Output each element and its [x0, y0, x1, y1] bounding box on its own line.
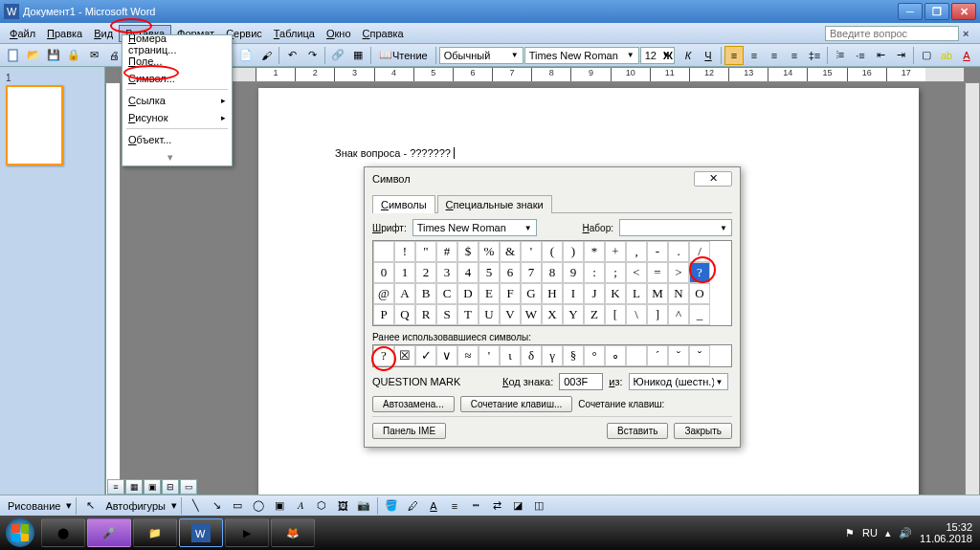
- font-combo[interactable]: Times New Roman▼: [524, 47, 639, 64]
- symbol-cell[interactable]: (: [542, 241, 563, 262]
- symbol-cell[interactable]: I: [563, 283, 584, 304]
- recent-cell[interactable]: ∘: [605, 345, 626, 366]
- tray-flag-icon[interactable]: ⚑: [845, 527, 855, 539]
- symbol-cell[interactable]: ;: [605, 262, 626, 283]
- format-painter-button[interactable]: 🖌: [256, 46, 276, 65]
- diagram-button[interactable]: ⬡: [312, 496, 331, 516]
- menu-view[interactable]: Вид: [88, 26, 119, 41]
- indent-button[interactable]: ⇥: [891, 46, 910, 65]
- numbering-button[interactable]: ⦙≡: [831, 46, 850, 65]
- symbol-cell[interactable]: A: [394, 283, 415, 304]
- ime-button[interactable]: Панель IME: [372, 423, 446, 439]
- tab-symbols[interactable]: Символы: [372, 195, 435, 213]
- symbol-cell[interactable]: -: [647, 241, 668, 262]
- recent-cell[interactable]: δ: [521, 345, 542, 366]
- align-justify-button[interactable]: ≡: [785, 46, 804, 65]
- dashstyle-button[interactable]: ┅: [466, 496, 485, 516]
- recent-cell[interactable]: ∨: [436, 345, 457, 366]
- ask-question-input[interactable]: [825, 26, 959, 41]
- symbol-cell[interactable]: [373, 241, 394, 262]
- recent-cell[interactable]: °: [584, 345, 605, 366]
- symbol-cell[interactable]: Z: [584, 304, 605, 325]
- menu-window[interactable]: Окно: [321, 26, 357, 41]
- highlight-button[interactable]: ab: [937, 46, 956, 65]
- symbol-cell[interactable]: :: [584, 262, 605, 283]
- symbol-cell[interactable]: _: [689, 304, 710, 325]
- menuitem-link[interactable]: Ссылка▸: [122, 92, 232, 109]
- close-dialog-button[interactable]: Закрыть: [674, 423, 732, 439]
- tray-clock[interactable]: 15:3211.06.2018: [920, 521, 972, 544]
- symbol-cell[interactable]: <: [626, 262, 647, 283]
- symbol-cell[interactable]: C: [436, 283, 457, 304]
- symbol-cell[interactable]: /: [689, 241, 710, 262]
- undo-button[interactable]: ↶: [282, 46, 301, 65]
- close-button[interactable]: ✕: [951, 3, 976, 20]
- taskbar-app-2[interactable]: 🎤: [87, 518, 131, 547]
- print-view-button[interactable]: ▣: [144, 479, 161, 495]
- paste-button[interactable]: 📄: [236, 46, 256, 65]
- tray-vol-icon[interactable]: 🔊: [899, 527, 912, 539]
- textbox-button[interactable]: ▣: [270, 496, 289, 516]
- symbol-cell[interactable]: 2: [415, 262, 436, 283]
- menuitem-symbol[interactable]: Символ...: [122, 70, 232, 87]
- symbol-cell[interactable]: D: [457, 283, 479, 304]
- symbol-cell[interactable]: .: [668, 241, 689, 262]
- page-thumbnail[interactable]: [6, 85, 63, 165]
- symbol-cell[interactable]: F: [500, 283, 521, 304]
- symbol-cell[interactable]: K: [605, 283, 626, 304]
- symbol-cell[interactable]: G: [521, 283, 542, 304]
- symbol-cell[interactable]: O: [689, 283, 710, 304]
- symbol-cell[interactable]: X: [542, 304, 563, 325]
- wordart-button[interactable]: 𝐴: [291, 496, 310, 516]
- shadow-button[interactable]: ◪: [508, 496, 527, 516]
- recent-cell[interactable]: ≈: [457, 345, 479, 366]
- menuitem-expand[interactable]: ▾: [122, 148, 232, 165]
- symbol-cell[interactable]: 1: [394, 262, 415, 283]
- italic-button[interactable]: К: [679, 46, 698, 65]
- taskbar-word[interactable]: W: [179, 518, 223, 547]
- symbol-cell[interactable]: S: [436, 304, 457, 325]
- web-view-button[interactable]: ▦: [125, 479, 143, 495]
- align-left-button[interactable]: ≡: [724, 46, 744, 65]
- symbol-cell[interactable]: 9: [563, 262, 584, 283]
- dialog-set-combo[interactable]: ▼: [619, 219, 732, 236]
- recent-cell[interactable]: ?: [373, 345, 394, 366]
- open-button[interactable]: 📂: [24, 46, 43, 65]
- menu-help[interactable]: Справка: [357, 26, 410, 41]
- symbol-cell[interactable]: L: [626, 283, 647, 304]
- symbol-cell[interactable]: 3: [436, 262, 457, 283]
- hyperlink-button[interactable]: 🔗: [328, 46, 347, 65]
- bold-button[interactable]: Ж: [658, 46, 678, 65]
- symbol-cell[interactable]: %: [479, 241, 500, 262]
- fontcolor-button[interactable]: A: [957, 46, 976, 65]
- symbol-cell[interactable]: @: [373, 283, 394, 304]
- mail-button[interactable]: ✉: [84, 46, 103, 65]
- menuitem-object[interactable]: Объект...: [122, 131, 232, 148]
- redo-button[interactable]: ↷: [302, 46, 322, 65]
- symbol-cell[interactable]: !: [394, 241, 415, 262]
- recent-cell[interactable]: ´: [647, 345, 668, 366]
- dialog-font-combo[interactable]: Times New Roman▼: [412, 219, 537, 236]
- style-combo[interactable]: Обычный▼: [439, 47, 523, 64]
- code-input[interactable]: [559, 373, 603, 390]
- maximize-button[interactable]: ❐: [924, 3, 949, 20]
- dialog-close-button[interactable]: ✕: [694, 171, 732, 187]
- vertical-scrollbar[interactable]: [965, 82, 980, 500]
- recent-cell[interactable]: ˘: [668, 345, 689, 366]
- taskbar-wmp[interactable]: ▶: [225, 518, 269, 547]
- recent-cell[interactable]: §: [563, 345, 584, 366]
- symbol-cell[interactable]: T: [457, 304, 479, 325]
- symbol-cell[interactable]: #: [436, 241, 457, 262]
- symbol-cell[interactable]: 7: [521, 262, 542, 283]
- permissions-button[interactable]: 🔒: [64, 46, 83, 65]
- pic-button[interactable]: 📷: [354, 496, 373, 516]
- menuitem-field[interactable]: Поле...: [122, 53, 232, 70]
- symbol-cell[interactable]: U: [479, 304, 500, 325]
- select-button[interactable]: ↖: [80, 496, 100, 516]
- outdent-button[interactable]: ⇤: [871, 46, 890, 65]
- symbol-cell[interactable]: [: [605, 304, 626, 325]
- menu-table[interactable]: Таблица: [268, 26, 321, 41]
- symbol-cell[interactable]: >: [668, 262, 689, 283]
- from-combo[interactable]: Юникод (шестн.)▼: [629, 373, 728, 390]
- rect-button[interactable]: ▭: [228, 496, 247, 516]
